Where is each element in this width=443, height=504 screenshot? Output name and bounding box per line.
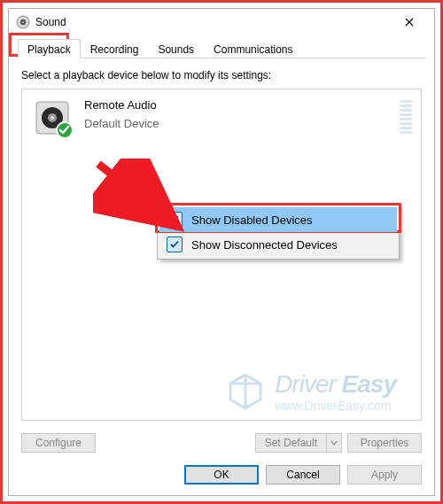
menu-item-label: Show Disabled Devices: [191, 213, 313, 227]
context-menu: Show Disabled Devices Show Disconnected …: [157, 205, 400, 260]
watermark-text-1b: Easy: [342, 370, 396, 398]
svg-point-2: [22, 21, 24, 23]
dialog-button-row: OK Cancel Apply: [9, 456, 434, 495]
window-title: Sound: [35, 16, 66, 28]
device-status: Default Device: [84, 117, 389, 130]
device-item-remote-audio[interactable]: Remote Audio Default Device: [22, 89, 421, 146]
chevron-down-icon: [330, 439, 338, 446]
tab-recording[interactable]: Recording: [81, 39, 149, 58]
tab-sounds[interactable]: Sounds: [148, 39, 204, 58]
ok-button[interactable]: OK: [184, 465, 259, 485]
annotation-outer-border: Sound Playback Recording Sounds Communic…: [0, 0, 443, 504]
check-icon: [167, 212, 183, 228]
sound-dialog: Sound Playback Recording Sounds Communic…: [8, 8, 435, 496]
set-default-button[interactable]: Set Default: [255, 433, 326, 453]
cancel-button[interactable]: Cancel: [266, 465, 340, 485]
tab-label: Sounds: [158, 43, 194, 56]
apply-button[interactable]: Apply: [347, 465, 422, 485]
device-list[interactable]: Remote Audio Default Device: [21, 89, 422, 421]
properties-button[interactable]: Properties: [347, 433, 422, 453]
menu-item-label: Show Disconnected Devices: [191, 238, 338, 252]
titlebar: Sound: [9, 9, 434, 35]
tab-strip: Playback Recording Sounds Communications: [9, 35, 434, 58]
configure-button[interactable]: Configure: [21, 433, 96, 453]
sound-icon: [16, 15, 30, 29]
instruction-text: Select a playback device below to modify…: [21, 69, 422, 81]
set-default-split-button[interactable]: Set Default: [255, 433, 342, 453]
device-info: Remote Audio Default Device: [84, 97, 389, 130]
set-default-dropdown[interactable]: [326, 433, 342, 453]
check-icon: [167, 236, 183, 252]
level-meter: [400, 97, 412, 134]
tab-playback[interactable]: Playback: [18, 39, 81, 58]
watermark-text-2: www.DriverEasy.com: [275, 399, 396, 413]
watermark: Driver Easy www.DriverEasy.com: [225, 370, 396, 413]
close-button[interactable]: [390, 10, 429, 35]
svg-line-8: [98, 164, 166, 217]
svg-point-6: [51, 116, 54, 120]
tab-content: Select a playback device below to modify…: [9, 58, 434, 428]
speaker-icon: [31, 97, 74, 139]
menu-item-show-disabled[interactable]: Show Disabled Devices: [159, 207, 397, 232]
tab-label: Communications: [214, 43, 292, 56]
device-name: Remote Audio: [84, 98, 389, 112]
menu-item-show-disconnected[interactable]: Show Disconnected Devices: [159, 232, 397, 257]
tab-label: Playback: [27, 43, 71, 56]
device-button-row: Configure Set Default Properties: [9, 428, 434, 456]
tab-label: Recording: [90, 43, 139, 56]
watermark-text-1a: Driver: [275, 370, 336, 398]
tab-communications[interactable]: Communications: [204, 39, 302, 58]
